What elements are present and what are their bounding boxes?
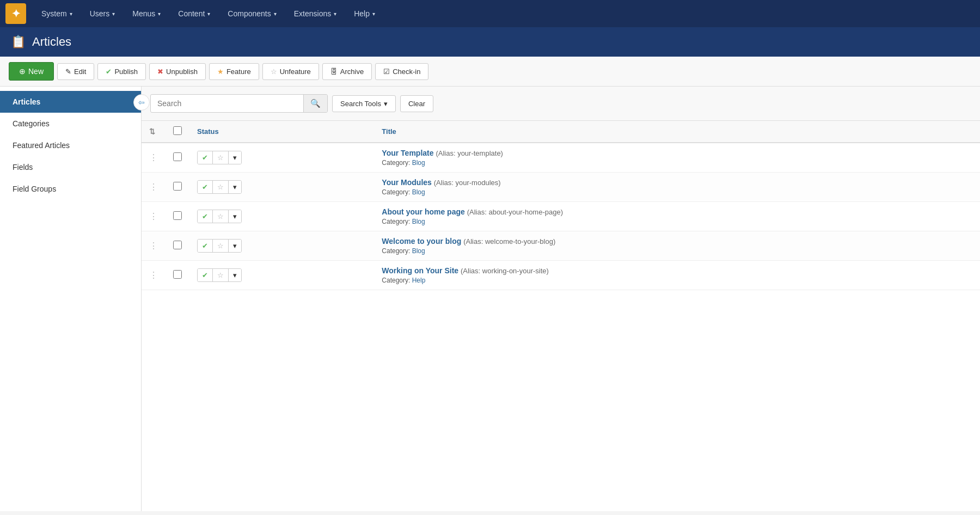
article-title-link[interactable]: Your Template (Alias: your-template) (382, 149, 503, 157)
clear-button[interactable]: Clear (400, 95, 433, 112)
sidebar-toggle-button[interactable]: ⇦ (133, 94, 150, 111)
article-title-link[interactable]: Welcome to your blog (Alias: welcome-to-… (382, 237, 555, 246)
status-buttons-group: ✔ ☆ ▾ (197, 151, 242, 164)
nav-item-help[interactable]: Help ▾ (346, 5, 383, 22)
more-status-button[interactable]: ▾ (229, 240, 241, 252)
sidebar-item-articles[interactable]: Articles (0, 91, 141, 113)
feature-status-button[interactable]: ☆ (213, 269, 229, 281)
plus-icon: ⊕ (19, 67, 26, 76)
article-title-link[interactable]: Working on Your Site (Alias: working-on-… (382, 266, 549, 275)
drag-handle-icon[interactable]: ⋮ (149, 271, 158, 280)
star-empty-icon: ☆ (217, 183, 224, 191)
chevron-down-icon: ▾ (233, 242, 237, 250)
category-link[interactable]: Blog (412, 159, 425, 167)
nav-item-menus[interactable]: Menus ▾ (125, 5, 168, 22)
article-category: Category: Blog (382, 188, 972, 196)
more-status-button[interactable]: ▾ (229, 210, 241, 223)
status-cell: ✔ ☆ ▾ (189, 143, 374, 173)
x-icon: ✖ (157, 68, 163, 76)
chevron-down-icon: ▾ (70, 11, 72, 17)
title-cell: Your Template (Alias: your-template) Cat… (374, 143, 980, 173)
chevron-down-icon: ▾ (372, 11, 375, 17)
feature-status-button[interactable]: ☆ (213, 181, 229, 193)
category-link[interactable]: Blog (412, 188, 425, 196)
nav-item-extensions[interactable]: Extensions ▾ (286, 5, 344, 22)
category-link[interactable]: Blog (412, 218, 425, 225)
nav-menu: System ▾ Users ▾ Menus ▾ Content ▾ Compo… (34, 5, 383, 22)
nav-item-users[interactable]: Users ▾ (82, 5, 123, 22)
main-panel: 🔍 Search Tools ▾ Clear ⇅ (142, 87, 980, 511)
content-wrapper: ⇦ Articles Categories Featured Articles … (0, 87, 980, 511)
status-buttons-group: ✔ ☆ ▾ (197, 210, 242, 223)
drag-handle-icon[interactable]: ⋮ (149, 182, 158, 192)
search-input[interactable] (151, 95, 303, 112)
row-checkbox[interactable] (173, 152, 182, 161)
more-status-button[interactable]: ▾ (229, 181, 241, 193)
article-title-link[interactable]: About your home page (Alias: about-your-… (382, 207, 563, 216)
search-bar: 🔍 Search Tools ▾ Clear (142, 87, 980, 121)
select-all-checkbox[interactable] (173, 126, 182, 135)
nav-item-components[interactable]: Components ▾ (220, 5, 284, 22)
article-title-link[interactable]: Your Modules (Alias: your-modules) (382, 178, 500, 187)
title-cell: Your Modules (Alias: your-modules) Categ… (374, 173, 980, 202)
nav-item-content[interactable]: Content ▾ (170, 5, 218, 22)
check-icon: ✔ (202, 242, 208, 250)
sidebar-item-featured-articles[interactable]: Featured Articles (0, 134, 141, 156)
sidebar-item-field-groups[interactable]: Field Groups (0, 178, 141, 200)
category-link[interactable]: Blog (412, 247, 425, 255)
search-input-wrap: 🔍 (150, 94, 328, 113)
chevron-down-icon: ▾ (233, 183, 237, 191)
search-tools-button[interactable]: Search Tools ▾ (332, 95, 396, 112)
publish-status-button[interactable]: ✔ (198, 240, 213, 252)
edit-button[interactable]: ✎ Edit (57, 63, 94, 80)
drag-handle-cell: ⋮ (142, 202, 166, 231)
publish-button[interactable]: ✔ Publish (97, 63, 146, 80)
publish-status-button[interactable]: ✔ (198, 151, 213, 164)
archive-icon: 🗄 (330, 68, 338, 76)
star-filled-icon: ★ (217, 68, 224, 76)
article-category: Category: Blog (382, 218, 972, 225)
feature-status-button[interactable]: ☆ (213, 151, 229, 164)
drag-handle-cell: ⋮ (142, 143, 166, 173)
status-buttons-group: ✔ ☆ ▾ (197, 268, 242, 282)
status-buttons-group: ✔ ☆ ▾ (197, 180, 242, 194)
chevron-down-icon: ▾ (384, 100, 388, 108)
unfeature-button[interactable]: ☆ Unfeature (262, 63, 319, 80)
row-checkbox[interactable] (173, 241, 182, 249)
publish-status-button[interactable]: ✔ (198, 181, 213, 193)
sidebar-item-fields[interactable]: Fields (0, 156, 141, 178)
row-checkbox[interactable] (173, 211, 182, 220)
feature-status-button[interactable]: ☆ (213, 210, 229, 223)
feature-button[interactable]: ★ Feature (209, 63, 259, 80)
publish-status-button[interactable]: ✔ (198, 210, 213, 223)
sort-column-header[interactable]: ⇅ (142, 121, 166, 143)
new-button[interactable]: ⊕ New (9, 62, 54, 81)
drag-handle-icon[interactable]: ⋮ (149, 153, 158, 162)
table-row: ⋮ ✔ ☆ ▾ Wo (142, 261, 980, 290)
row-checkbox-cell (166, 231, 189, 261)
archive-button[interactable]: 🗄 Archive (322, 63, 372, 80)
row-checkbox-cell (166, 202, 189, 231)
status-buttons-group: ✔ ☆ ▾ (197, 239, 242, 253)
feature-status-button[interactable]: ☆ (213, 240, 229, 252)
checkin-button[interactable]: ☑ Check-in (375, 63, 428, 80)
unpublish-button[interactable]: ✖ Unpublish (149, 63, 206, 80)
title-cell: Welcome to your blog (Alias: welcome-to-… (374, 231, 980, 261)
publish-status-button[interactable]: ✔ (198, 269, 213, 281)
row-checkbox[interactable] (173, 182, 182, 191)
chevron-down-icon: ▾ (274, 11, 277, 17)
sidebar-item-categories[interactable]: Categories (0, 113, 141, 134)
articles-page-icon: 📋 (11, 35, 26, 49)
more-status-button[interactable]: ▾ (229, 269, 241, 281)
check-icon: ✔ (202, 183, 208, 191)
article-alias: (Alias: your-modules) (434, 179, 501, 187)
nav-item-system[interactable]: System ▾ (34, 5, 80, 22)
row-checkbox[interactable] (173, 270, 182, 279)
search-submit-button[interactable]: 🔍 (303, 95, 327, 112)
drag-handle-icon[interactable]: ⋮ (149, 241, 158, 250)
more-status-button[interactable]: ▾ (229, 151, 241, 164)
category-link[interactable]: Help (412, 277, 426, 284)
drag-handle-icon[interactable]: ⋮ (149, 212, 158, 221)
title-column-header: Title (374, 121, 980, 143)
articles-table: ⇅ Status Title ⋮ (142, 121, 980, 290)
